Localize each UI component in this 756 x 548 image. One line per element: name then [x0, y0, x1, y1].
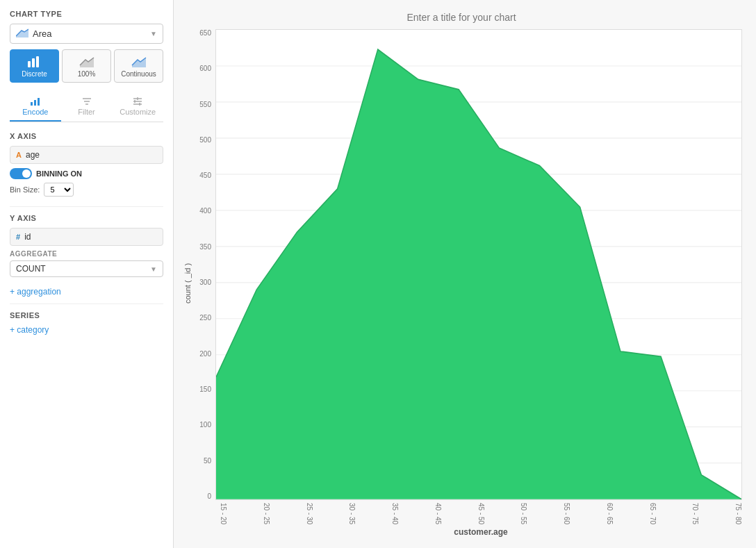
y-tick: 650 — [199, 29, 211, 37]
tab-encode[interactable]: Encode — [10, 92, 61, 122]
chart-type-select[interactable]: Area ▼ — [10, 24, 163, 44]
x-axis-label: customer.age — [220, 527, 742, 537]
binning-toggle[interactable] — [10, 168, 32, 179]
x-tick: 50 - 55 — [520, 503, 527, 524]
x-tick: 75 - 80 — [734, 503, 742, 524]
divider-1 — [10, 206, 163, 207]
x-tick: 60 - 65 — [606, 503, 614, 524]
x-axis-area: 15 - 20 20 - 25 25 - 30 30 - 35 35 - 40 … — [220, 500, 742, 524]
hundredpct-label: 100% — [78, 70, 96, 78]
y-tick: 0 — [207, 492, 211, 500]
age-field-icon: A — [16, 151, 22, 159]
aggregate-label: AGGREGATE — [10, 250, 163, 258]
x-axis-ticks: 15 - 20 20 - 25 25 - 30 30 - 35 35 - 40 … — [220, 500, 742, 524]
svg-marker-30 — [216, 49, 741, 499]
hundredpct-button[interactable]: 100% — [62, 49, 111, 83]
x-tick: 35 - 40 — [391, 503, 399, 524]
chart-type-section: Chart Type Area ▼ D — [10, 10, 163, 83]
y-tick: 50 — [204, 457, 211, 465]
left-panel: Chart Type Area ▼ D — [0, 0, 174, 548]
x-tick: 15 - 20 — [220, 503, 227, 524]
y-tick: 100 — [199, 421, 211, 429]
y-tick: 450 — [199, 172, 211, 179]
x-tick: 25 - 30 — [306, 503, 313, 524]
aggregate-value: COUNT — [16, 264, 46, 274]
nav-tabs: Encode Filter Customize — [10, 92, 163, 122]
y-tick: 300 — [199, 279, 211, 286]
x-axis-field[interactable]: A age — [10, 146, 163, 164]
continuous-label: Continuous — [121, 70, 156, 78]
continuous-button[interactable]: Continuous — [114, 49, 163, 83]
svg-rect-8 — [38, 98, 40, 106]
area-chart-icon — [16, 28, 28, 40]
tab-filter[interactable]: Filter — [61, 92, 113, 122]
id-field-icon: # — [16, 233, 20, 241]
chart-type-select-inner: Area — [16, 28, 51, 40]
y-tick: 600 — [199, 65, 211, 72]
x-axis-section: X Axis A age BINNING ON Bin Size: 5 10 1… — [10, 132, 163, 197]
binning-toggle-row: BINNING ON — [10, 168, 163, 179]
add-aggregation-link[interactable]: + aggregation — [10, 287, 163, 297]
x-tick: 45 - 50 — [477, 503, 485, 524]
y-tick: 350 — [199, 243, 211, 251]
svg-rect-7 — [34, 100, 36, 106]
y-tick: 500 — [199, 136, 211, 144]
chart-title-input[interactable] — [181, 12, 742, 23]
chart-plot-area: 650 600 550 500 450 400 350 300 250 200 … — [195, 29, 742, 500]
y-axis-field[interactable]: # id — [10, 228, 163, 246]
chart-type-value: Area — [33, 28, 51, 39]
add-category-link[interactable]: + category — [10, 325, 163, 335]
y-axis-ticks: 650 600 550 500 450 400 350 300 250 200 … — [195, 29, 215, 500]
x-tick: 40 - 45 — [434, 503, 442, 524]
chart-container: count ( _id ) 650 600 550 500 450 400 35… — [181, 29, 742, 537]
bin-size-label: Bin Size: — [10, 185, 40, 194]
chart-type-title: Chart Type — [10, 10, 163, 18]
id-field-name: id — [24, 232, 31, 242]
svg-rect-3 — [36, 56, 39, 67]
tab-customize-label: Customize — [120, 108, 156, 116]
divider-2 — [10, 304, 163, 304]
svg-rect-2 — [32, 58, 35, 67]
tab-filter-label: Filter — [78, 108, 94, 116]
bin-size-select[interactable]: 5 10 15 20 — [44, 183, 74, 197]
tab-customize[interactable]: Customize — [112, 92, 163, 122]
aggregate-select[interactable]: COUNT ▼ — [10, 260, 163, 277]
series-title: Series — [10, 311, 163, 319]
svg-rect-6 — [31, 102, 33, 106]
chart-title-area — [181, 11, 742, 24]
aggregate-dropdown-arrow: ▼ — [150, 265, 157, 273]
y-tick: 550 — [199, 101, 211, 108]
discrete-label: Discrete — [22, 70, 47, 78]
y-axis-label: count ( _id ) — [181, 29, 195, 537]
x-tick: 70 - 75 — [691, 503, 699, 524]
y-tick: 150 — [199, 385, 211, 393]
chart-with-axes: 650 600 550 500 450 400 350 300 250 200 … — [195, 29, 742, 537]
svg-rect-1 — [28, 61, 31, 67]
y-tick: 250 — [199, 314, 211, 322]
style-buttons: Discrete 100% Continuous — [10, 49, 163, 83]
series-section: Series + category — [10, 311, 163, 335]
x-tick: 55 - 60 — [563, 503, 570, 524]
right-panel: count ( _id ) 650 600 550 500 450 400 35… — [174, 0, 756, 548]
chart-svg-container — [215, 29, 742, 500]
x-tick: 65 - 70 — [649, 503, 657, 524]
binning-label: BINNING ON — [36, 169, 82, 178]
x-tick: 30 - 35 — [348, 503, 356, 524]
x-tick: 20 - 25 — [263, 503, 270, 524]
discrete-button[interactable]: Discrete — [10, 49, 59, 83]
y-axis-section: Y Axis # id AGGREGATE COUNT ▼ — [10, 214, 163, 277]
bin-size-row: Bin Size: 5 10 15 20 — [10, 183, 163, 197]
y-tick: 400 — [199, 207, 211, 215]
age-field-name: age — [26, 150, 40, 160]
chart-type-dropdown-arrow: ▼ — [150, 30, 157, 38]
tab-encode-label: Encode — [22, 108, 48, 116]
y-tick: 200 — [199, 350, 211, 358]
x-axis-title: X Axis — [10, 132, 163, 140]
y-axis-title: Y Axis — [10, 214, 163, 222]
